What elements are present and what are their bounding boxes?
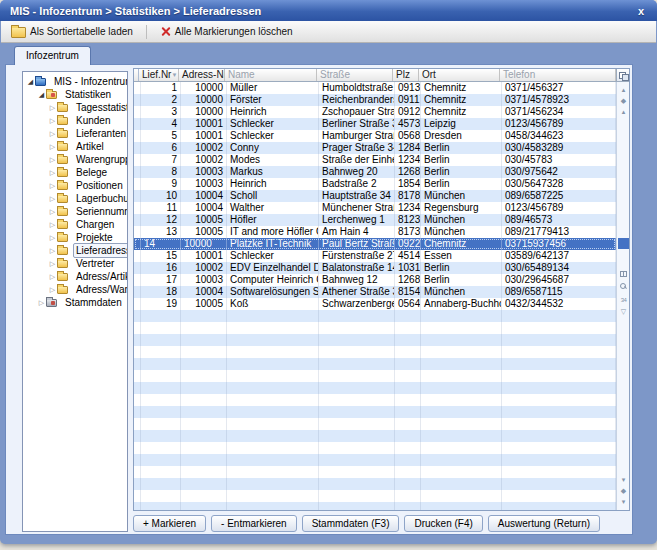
empty-row[interactable] [134, 466, 616, 478]
cell-lief-nr [141, 358, 181, 370]
table-row[interactable]: 710002ModesStraße der Einheit 3412342Ber… [134, 154, 616, 166]
empty-row[interactable] [134, 322, 616, 334]
column-header-adress-nr[interactable]: Adress-Nr. [179, 69, 225, 81]
tree-item-stammdaten[interactable]: ▷Stammdaten [23, 296, 127, 309]
table-row[interactable]: 210000FörsterReichenbranderstraße 309117… [134, 94, 616, 106]
table-row[interactable]: 1710003Computer Heinrich GmbHBahnweg 121… [134, 274, 616, 286]
cell-name: IT and more Höfler OHG [227, 226, 319, 238]
expand-arrow-icon[interactable]: ▷ [48, 127, 57, 140]
cell-plz: 09130 [395, 82, 421, 94]
table-row[interactable]: 510001SchleckerHamburger Straße05683Dres… [134, 130, 616, 142]
table-row[interactable]: 1910005KoßSchwarzenberger Straße05645Ann… [134, 298, 616, 310]
table-row[interactable]: 1610002EDV Einzelhandel Dietsch GmbBalat… [134, 262, 616, 274]
column-header-lief-nr[interactable]: Lief.Nr▼ [139, 69, 179, 81]
auswertung-button[interactable]: Auswertung (Return) [488, 515, 600, 532]
column-header-plz[interactable]: Plz [393, 69, 419, 81]
column-header-telefon[interactable]: Telefon [500, 69, 616, 81]
empty-row[interactable] [134, 346, 616, 358]
table-row[interactable]: 1510001SchleckerFürstenstraße 2745145Ess… [134, 250, 616, 262]
expand-arrow-icon[interactable]: ▷ [48, 283, 57, 296]
table-row[interactable]: 1410000Platzke IT-TechnikPaul Bertz Stra… [134, 238, 616, 250]
cell-stra-e: Münchener Straße 23 [319, 202, 395, 214]
clear-markings-button[interactable]: Alle Markierungen löschen [155, 24, 298, 39]
table-row[interactable]: 610002ConnyPrager Straße 3412845Berlin03… [134, 142, 616, 154]
empty-row[interactable] [134, 418, 616, 430]
entmarkieren-button[interactable]: - Entmarkieren [211, 515, 297, 532]
table-row[interactable]: 1010004SchollHauptstraße 3481783München0… [134, 190, 616, 202]
empty-row[interactable] [134, 478, 616, 490]
expand-arrow-icon[interactable]: ▷ [48, 257, 57, 270]
expand-arrow-icon[interactable]: ▷ [48, 192, 57, 205]
expand-arrow-icon[interactable]: ▷ [48, 244, 57, 257]
drucken-button[interactable]: Drucken (F4) [404, 515, 482, 532]
folder-icon [57, 233, 70, 243]
stammdaten-icon [46, 298, 59, 308]
columns-icon[interactable] [620, 271, 627, 277]
column-header-stra-e[interactable]: Straße [317, 69, 393, 81]
empty-row[interactable] [134, 442, 616, 454]
empty-row[interactable] [134, 430, 616, 442]
empty-row[interactable] [134, 358, 616, 370]
expand-arrow-icon[interactable]: ▷ [48, 166, 57, 179]
scroll-marker2-icon[interactable]: ◆ [617, 486, 630, 496]
empty-row[interactable] [134, 454, 616, 466]
expand-arrow-icon[interactable]: ▷ [48, 140, 57, 153]
sum-icon[interactable]: 34 [617, 295, 630, 305]
cell-plz [395, 418, 421, 430]
table-row[interactable]: 910003HeinrichBadstraße 218542Berlin030/… [134, 178, 616, 190]
scroll-up-icon[interactable]: ▴ [617, 107, 630, 117]
tab-infozentrum[interactable]: Infozentrum [14, 46, 91, 65]
scroll-bottom-icon[interactable]: ▾ [617, 497, 630, 507]
markieren-button[interactable]: + Markieren [133, 515, 206, 532]
table-row[interactable]: 110000MüllerHumboldtstraße 1009130Chemni… [134, 82, 616, 94]
table-row[interactable]: 1210005HöflerLerchenweg 181234München089… [134, 214, 616, 226]
cell-lief-nr [141, 382, 181, 394]
scroll-top-icon[interactable]: ▴ [617, 85, 630, 95]
column-chooser-icon[interactable] [616, 69, 629, 82]
expand-arrow-icon[interactable]: ▷ [48, 231, 57, 244]
expand-arrow-icon[interactable]: ▷ [48, 179, 57, 192]
empty-row[interactable] [134, 334, 616, 346]
empty-row[interactable] [134, 394, 616, 406]
close-button[interactable]: x [635, 4, 647, 18]
table-row[interactable]: 410001SchleckerBerliner Straße 3445738Le… [134, 118, 616, 130]
empty-row[interactable] [134, 490, 616, 502]
expand-arrow-icon[interactable]: ▷ [48, 153, 57, 166]
table-row[interactable]: 1810004Softwarelösungen Scholl GmbAthene… [134, 286, 616, 298]
expand-arrow-icon[interactable]: ▷ [37, 296, 46, 309]
stammdaten-button[interactable]: Stammdaten (F3) [302, 515, 400, 532]
cell-name: Höfler [227, 214, 319, 226]
cell-adress-nr [181, 406, 227, 418]
empty-row[interactable] [134, 502, 616, 511]
row-indicator [134, 178, 141, 190]
filter-funnel-icon[interactable]: ▽ [617, 307, 630, 317]
collapse-arrow-icon[interactable]: ◢ [26, 75, 35, 88]
expand-arrow-icon[interactable]: ▷ [48, 114, 57, 127]
expand-arrow-icon[interactable]: ▷ [48, 205, 57, 218]
collapse-arrow-icon[interactable]: ◢ [37, 88, 46, 101]
grid-body: 110000MüllerHumboldtstraße 1009130Chemni… [134, 82, 616, 511]
magnifier-icon[interactable] [620, 283, 627, 290]
scroll-down-icon[interactable]: ▾ [617, 475, 630, 485]
cell-stra-e [319, 394, 395, 406]
cell-name [227, 418, 319, 430]
cell-adress-nr: 10001 [181, 250, 227, 262]
empty-row[interactable] [134, 382, 616, 394]
scroll-marker-icon[interactable]: ◆ [617, 96, 630, 106]
empty-row[interactable] [134, 370, 616, 382]
cell-ort [421, 346, 502, 358]
expand-arrow-icon[interactable]: ▷ [48, 101, 57, 114]
empty-row[interactable] [134, 406, 616, 418]
expand-arrow-icon[interactable]: ▷ [48, 218, 57, 231]
cell-name: Schlecker [227, 130, 319, 142]
expand-arrow-icon[interactable]: ▷ [48, 270, 57, 283]
empty-row[interactable] [134, 310, 616, 322]
column-header-label: Straße [320, 69, 350, 81]
table-row[interactable]: 1310005IT and more Höfler OHGAm Hain 481… [134, 226, 616, 238]
table-row[interactable]: 1110004WaltherMünchener Straße 2312345Re… [134, 202, 616, 214]
table-row[interactable]: 810003MarkusBahnweg 2012683Berlin030/975… [134, 166, 616, 178]
table-row[interactable]: 310000HeinrichZschopauer Straße 28009126… [134, 106, 616, 118]
load-sorttable-button[interactable]: Als Sortiertabelle laden [6, 23, 138, 40]
column-header-name[interactable]: Name [225, 69, 317, 81]
column-header-ort[interactable]: Ort [419, 69, 500, 81]
